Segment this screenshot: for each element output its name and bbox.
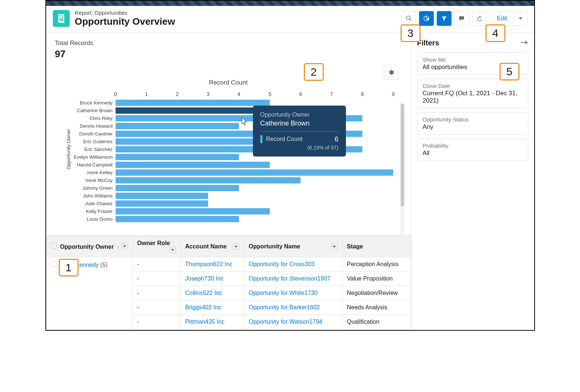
column-menu-role[interactable]: [169, 247, 176, 253]
tooltip-percent: (6.19% of 97): [260, 145, 339, 151]
svg-rect-36: [116, 200, 208, 207]
tooltip-metric-label: Record Count: [266, 136, 335, 142]
col-opportunity-name[interactable]: Opportunity Name: [244, 236, 342, 257]
cell: Needs Analysis: [342, 300, 411, 315]
cell-link[interactable]: Opportunity for Watson1794: [249, 319, 323, 325]
filter-value: Current FQ (Oct 1, 2021 - Dec 31, 2021): [423, 90, 523, 104]
cell: Collins522 Inc: [181, 286, 244, 300]
chart-container: Record Count Opportunity Owner 012345678…: [46, 63, 411, 235]
cell-link[interactable]: Opportunity for Cross303: [249, 261, 315, 267]
svg-text:Bruce Kennedy: Bruce Kennedy: [80, 100, 113, 106]
svg-text:Harold Campbell: Harold Campbell: [77, 162, 113, 168]
callout-2: 2: [304, 63, 324, 81]
bar-bruce-kennedy[interactable]: Bruce Kennedy: [80, 100, 270, 106]
bar-john-williams[interactable]: John Williams: [83, 193, 208, 199]
col-stage[interactable]: Stage: [342, 236, 411, 257]
table-row: Bruce Kennedy (5)-Thompson622 IncOpportu…: [46, 257, 411, 272]
svg-text:Johnny Green: Johnny Green: [82, 185, 113, 191]
svg-text:4: 4: [237, 91, 240, 97]
svg-text:Irene McCoy: Irene McCoy: [85, 178, 113, 183]
chart-scrollbar[interactable]: [401, 103, 404, 251]
column-menu-account[interactable]: [233, 243, 240, 250]
bar-kelly-frazier[interactable]: Kelly Frazier: [86, 208, 270, 214]
filter-label: Opportunity Status: [423, 116, 523, 123]
svg-text:3: 3: [206, 91, 209, 97]
edit-button[interactable]: Edit: [490, 11, 514, 26]
svg-rect-30: [116, 177, 301, 183]
chart-tooltip: Opportunity Owner Catherine Brown Record…: [253, 106, 346, 157]
row-checkbox[interactable]: [51, 261, 57, 267]
filters-heading: Filters: [417, 39, 439, 47]
cell-link[interactable]: Thompson622 Inc: [185, 261, 233, 267]
filter-label: Close Date: [423, 83, 523, 89]
cell: Qualification: [342, 315, 411, 329]
cell: Briggs402 Inc: [181, 300, 244, 315]
column-menu-owner[interactable]: [121, 243, 128, 250]
svg-text:Kelly Frazier: Kelly Frazier: [86, 209, 113, 214]
cell: Opportunity for Watson1794: [244, 315, 342, 329]
filter-value: All: [423, 149, 523, 157]
filter-opportunity-status[interactable]: Opportunity StatusAny: [417, 112, 528, 135]
toggle-filters-button[interactable]: [437, 11, 452, 26]
svg-text:Julie Chavez: Julie Chavez: [85, 201, 113, 206]
report-type-label: Report: Opportunities: [75, 10, 175, 16]
svg-text:1: 1: [145, 91, 148, 97]
refresh-button[interactable]: [472, 11, 487, 26]
cell: -: [133, 272, 181, 286]
svg-text:Dennis Howard: Dennis Howard: [80, 123, 113, 129]
svg-text:7: 7: [330, 91, 333, 97]
col-account-name[interactable]: Account Name: [181, 236, 244, 257]
bar-harold-campbell[interactable]: Harold Campbell: [77, 162, 270, 168]
cell-link[interactable]: Pittman435 Inc: [185, 319, 225, 325]
svg-rect-10: [116, 100, 270, 106]
cell: -: [133, 315, 181, 329]
svg-text:Evelyn Williamson: Evelyn Williamson: [73, 154, 112, 160]
bar-louis-gomo[interactable]: Louis Gomo: [86, 216, 238, 222]
chart-settings-button[interactable]: [384, 65, 398, 80]
cell: Opportunity for Cross303: [244, 257, 342, 272]
sort-asc-icon: ↑: [117, 244, 120, 250]
tooltip-color-chip: [260, 135, 262, 143]
toggle-chart-button[interactable]: [419, 11, 434, 26]
bar-johnny-green[interactable]: Johnny Green: [82, 185, 239, 191]
window-chrome: [46, 1, 534, 6]
svg-text:8: 8: [361, 91, 364, 97]
collapse-filters-icon[interactable]: [521, 40, 528, 47]
bar-evelyn-williamson[interactable]: Evelyn Williamson: [73, 154, 239, 160]
bar-irene-kelley[interactable]: Irene Kelley: [87, 169, 393, 176]
cell: -: [133, 286, 181, 300]
filter-close-date[interactable]: Close DateCurrent FQ (Oct 1, 2021 - Dec …: [417, 79, 528, 109]
svg-rect-28: [116, 169, 393, 176]
cell-link[interactable]: Opportunity for Barker1602: [249, 304, 320, 310]
cell-link[interactable]: Briggs402 Inc: [185, 304, 222, 310]
collaborate-button[interactable]: [454, 11, 469, 26]
filter-probability[interactable]: ProbabilityAll: [417, 138, 528, 161]
svg-rect-32: [116, 185, 239, 191]
tooltip-owner-value: Catherine Brown: [260, 120, 339, 131]
svg-text:0: 0: [114, 91, 117, 97]
select-all-checkbox[interactable]: [51, 243, 57, 249]
cell-link[interactable]: Joseph730 Inc: [185, 275, 224, 282]
svg-text:Irene Kelley: Irene Kelley: [87, 170, 113, 175]
bar-julie-chavez[interactable]: Julie Chavez: [85, 200, 208, 207]
edit-menu-caret[interactable]: [514, 11, 528, 26]
cell-link[interactable]: Collins522 Inc: [185, 290, 223, 296]
bar-dennis-howard[interactable]: Dennis Howard: [80, 123, 239, 129]
column-menu-opp[interactable]: [331, 243, 338, 250]
callout-5: 5: [500, 63, 519, 80]
search-button[interactable]: [401, 11, 416, 26]
svg-rect-16: [116, 123, 239, 129]
svg-text:5: 5: [268, 91, 271, 97]
cell: Joseph730 Inc: [181, 272, 244, 286]
cell: Value Proposition: [342, 272, 411, 286]
svg-text:9: 9: [392, 91, 395, 97]
callout-1: 1: [59, 259, 79, 276]
col-owner-role[interactable]: Owner Role: [133, 236, 181, 257]
bar-irene-mccoy[interactable]: Irene McCoy: [85, 177, 301, 183]
cell-link[interactable]: Opportunity for Stevenson1907: [249, 275, 330, 282]
col-opportunity-owner[interactable]: Opportunity Owner ↑: [46, 236, 133, 257]
cell-link[interactable]: Opportunity for White1730: [249, 290, 318, 296]
callout-4: 4: [485, 24, 505, 42]
report-header: Report: Opportunities Opportunity Overvi…: [46, 6, 534, 33]
svg-text:Eric Gutierrez: Eric Gutierrez: [83, 139, 113, 144]
